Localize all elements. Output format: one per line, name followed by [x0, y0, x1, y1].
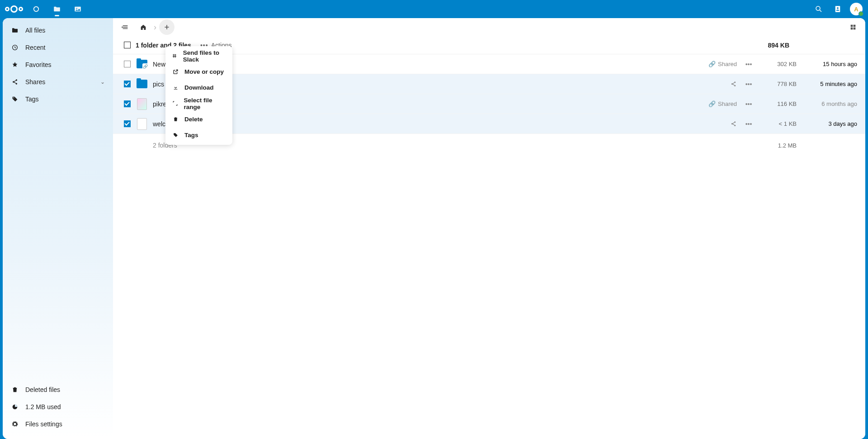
menu-send-to-slack[interactable]: ⌗Send files to Slack [165, 48, 232, 64]
svg-point-6 [837, 7, 839, 9]
user-avatar[interactable]: A [850, 3, 863, 15]
row-more-icon[interactable]: ••• [743, 120, 754, 128]
file-name: pics [153, 81, 164, 88]
menu-move-copy[interactable]: Move or copy [165, 64, 232, 80]
menu-delete[interactable]: Delete [165, 111, 232, 127]
file-modified: 5 minutes ago [803, 81, 857, 87]
trash-icon [172, 116, 179, 122]
link-icon: 🔗 [708, 100, 716, 107]
photos-app-icon[interactable] [69, 0, 87, 18]
new-button[interactable] [159, 19, 175, 35]
sidebar-files-settings[interactable]: Files settings [3, 415, 113, 433]
link-icon: 🔗 [708, 61, 716, 67]
sidebar-item-label: Recent [25, 44, 45, 51]
svg-rect-20 [851, 28, 853, 30]
sidebar-item-shares[interactable]: Shares ⌄ [3, 73, 113, 91]
list-header: 1 folder and 2 files ••• Actions 894 KB … [113, 36, 865, 54]
menu-tags[interactable]: Tags [165, 127, 232, 143]
star-icon [11, 61, 19, 68]
select-all-checkbox[interactable] [124, 42, 131, 48]
tag-icon [11, 95, 19, 103]
sidebar-item-label: Deleted files [25, 386, 60, 393]
range-icon [172, 100, 178, 106]
svg-point-8 [16, 79, 17, 81]
sidebar-quota[interactable]: 1.2 MB used [3, 398, 113, 415]
share-status[interactable]: 🔗Shared [705, 61, 737, 67]
share-button[interactable] [705, 81, 737, 87]
home-icon[interactable] [136, 19, 151, 35]
sidebar-item-label: All files [25, 27, 45, 34]
sidebar-item-recent[interactable]: Recent [3, 39, 113, 56]
footer-size: 1.2 MB [760, 142, 797, 149]
svg-rect-19 [854, 25, 856, 27]
breadcrumb-bar: › [113, 18, 865, 36]
row-more-icon[interactable]: ••• [743, 100, 754, 108]
file-size: 116 KB [760, 100, 797, 107]
file-size: < 1 KB [760, 120, 797, 127]
sidebar-item-tags[interactable]: Tags [3, 91, 113, 108]
row-checkbox[interactable] [124, 61, 131, 67]
folder-icon [11, 27, 19, 34]
share-status[interactable]: 🔗Shared [705, 100, 737, 107]
svg-point-10 [16, 83, 17, 84]
file-modified: 15 hours ago [803, 61, 857, 67]
sidebar-item-label: Shares [25, 78, 45, 86]
svg-point-2 [76, 8, 77, 9]
download-icon [172, 85, 179, 91]
row-checkbox[interactable] [124, 120, 131, 127]
svg-rect-5 [835, 6, 840, 12]
sidebar-item-favorites[interactable]: Favorites [3, 56, 113, 73]
file-size: 778 KB [760, 81, 797, 87]
file-modified: 3 days ago [803, 120, 857, 127]
row-more-icon[interactable]: ••• [743, 81, 754, 88]
share-button[interactable] [705, 120, 737, 127]
main-content: › 1 folder and 2 files ••• Actions 894 K… [113, 18, 865, 439]
trash-icon [11, 386, 19, 393]
sidebar-deleted-files[interactable]: Deleted files [3, 381, 113, 398]
gear-icon [11, 420, 19, 428]
tag-icon [172, 132, 179, 138]
toggle-sidebar-icon[interactable] [118, 19, 133, 35]
row-more-icon[interactable]: ••• [743, 61, 754, 68]
chevron-down-icon[interactable]: ⌄ [100, 79, 105, 85]
sidebar-item-label: Tags [25, 95, 39, 103]
breadcrumb-separator: › [154, 23, 156, 32]
actions-menu: ⌗Send files to Slack Move or copy Downlo… [165, 46, 232, 145]
files-app-icon[interactable] [48, 0, 66, 18]
svg-rect-21 [854, 28, 856, 30]
folder-icon [136, 78, 148, 91]
grid-view-icon[interactable] [845, 19, 861, 35]
document-file-icon [136, 118, 148, 130]
svg-point-27 [734, 125, 736, 126]
row-checkbox[interactable] [124, 100, 131, 107]
sidebar-item-all-files[interactable]: All files [3, 22, 113, 39]
svg-point-24 [734, 85, 736, 86]
svg-point-0 [34, 7, 39, 12]
folder-shared-icon: 🔗 [136, 58, 148, 71]
nextcloud-logo[interactable] [4, 4, 24, 14]
image-file-icon [136, 98, 148, 110]
file-size: 302 KB [760, 61, 797, 67]
sidebar-item-label: Favorites [25, 61, 52, 68]
external-icon [172, 69, 179, 75]
row-checkbox[interactable] [124, 81, 131, 87]
svg-point-22 [734, 81, 736, 83]
sidebar: All files Recent Favorites Shares ⌄ Tags… [3, 18, 113, 439]
svg-rect-18 [851, 25, 853, 27]
menu-download[interactable]: Download [165, 80, 232, 95]
dashboard-app-icon[interactable] [27, 0, 45, 18]
sidebar-item-label: 1.2 MB used [25, 403, 61, 410]
search-icon[interactable] [810, 0, 827, 18]
topbar: A [0, 0, 868, 18]
svg-line-4 [820, 10, 821, 12]
share-icon [11, 78, 19, 86]
svg-point-11 [13, 97, 14, 98]
menu-select-range[interactable]: Select file range [165, 95, 232, 111]
slack-icon: ⌗ [172, 52, 178, 60]
sidebar-item-label: Files settings [25, 420, 62, 428]
pie-icon [11, 403, 19, 410]
svg-point-25 [734, 121, 736, 123]
header-size: 894 KB [735, 42, 789, 49]
clock-icon [11, 44, 19, 51]
contacts-icon[interactable] [829, 0, 846, 18]
